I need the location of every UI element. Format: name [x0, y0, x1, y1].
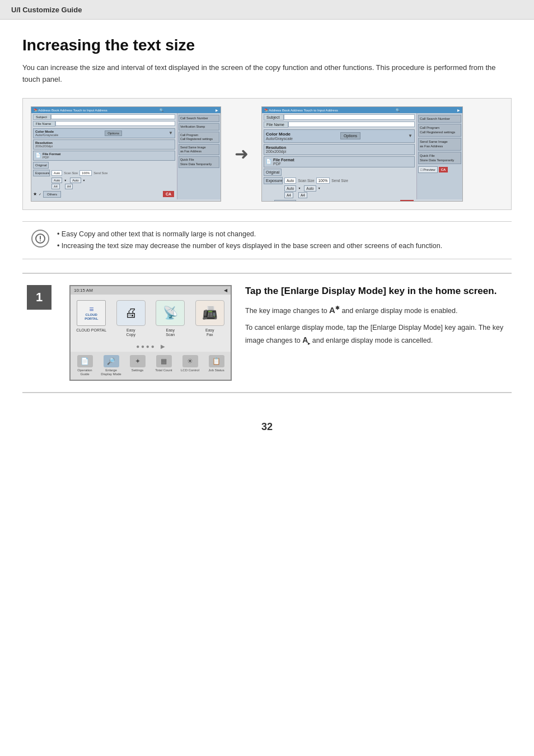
home-icon-easy-fax[interactable]: 📠 EasyFax [194, 300, 226, 338]
home-screen-topbar: 10:15 AM ◀ [71, 286, 231, 295]
bottom-icon-lcd-control[interactable]: ☀ LCD Control [179, 355, 202, 376]
screen-before-topbar: 📚 Address Book Address Touch to Input Ad… [31, 107, 221, 113]
note-item-2: • Increasing the text size may decrease … [57, 240, 442, 252]
page-title: Increasing the text size [22, 36, 512, 54]
home-time: 10:15 AM [74, 288, 93, 293]
home-icons-row: ≡ CLOUDPORTAL CLOUD PORTAL 🖨 EasyCopy 📡 [71, 295, 231, 341]
home-dots: ● ● ● ● ▶ [71, 341, 231, 352]
svg-point-2 [40, 240, 41, 241]
screen-before: 📚 Address Book Address Touch to Input Ad… [31, 106, 221, 202]
easy-scan-label: EasyScan [166, 328, 175, 338]
note-item-1: • Easy Copy and other text that is norma… [57, 228, 442, 240]
note-icon [31, 230, 49, 248]
bottom-icon-job-status[interactable]: 📋 Job Status [205, 355, 228, 376]
home-screen-mock: 10:15 AM ◀ ≡ CLOUDPORTAL CLOUD PORTAL 🖨 [69, 285, 232, 381]
step-number-col: 1 [22, 285, 56, 310]
home-bottom-row: 📄 OperationGuide 🔎 EnlargeDisplay Mode ✦… [71, 352, 231, 380]
easy-scan-box: 📡 [156, 300, 185, 326]
screen-after-topbar: 📚 Address Book Address Touch to Input Ad… [262, 107, 462, 113]
arrow-icon: ➜ [230, 144, 252, 164]
home-icon-cloud-portal[interactable]: ≡ CLOUDPORTAL CLOUD PORTAL [76, 300, 107, 338]
bottom-icon-total-count[interactable]: ▦ Total Count [153, 355, 175, 376]
bottom-icon-settings[interactable]: ✦ Settings [127, 355, 149, 376]
main-content: Increasing the text size You can increas… [0, 20, 534, 461]
step-description: Tap the [Enlarge Display Mode] key in th… [245, 285, 512, 352]
step-1-section: 1 10:15 AM ◀ ≡ CLOUDPORTAL CLOUD PORTAL [22, 273, 512, 393]
header-title: U/I Customize Guide [11, 6, 82, 14]
cloud-portal-box: ≡ CLOUDPORTAL [77, 300, 106, 326]
easy-fax-label: EasyFax [205, 328, 214, 338]
note-content: • Easy Copy and other text that is norma… [57, 228, 442, 253]
step-desc-2: To cancel enlarge display mode, tap the … [245, 322, 512, 348]
easy-copy-label: EasyCopy [127, 328, 135, 338]
easy-fax-box: 📠 [195, 300, 224, 326]
home-expand-icon: ◀ [224, 288, 227, 293]
cloud-portal-label: CLOUD PORTAL [76, 328, 106, 333]
bottom-icon-operation-guide[interactable]: 📄 OperationGuide [74, 355, 96, 376]
home-icon-easy-scan[interactable]: 📡 EasyScan [154, 300, 186, 338]
bottom-icon-enlarge-display[interactable]: 🔎 EnlargeDisplay Mode [100, 355, 123, 376]
step-title: Tap the [Enlarge Display Mode] key in th… [245, 285, 512, 297]
screen-after: 📚 Address Book Address Touch to Input Ad… [261, 106, 463, 202]
home-icon-easy-copy[interactable]: 🖨 EasyCopy [115, 300, 147, 338]
easy-copy-box: 🖨 [116, 300, 146, 326]
screenshot-comparison: 📚 Address Book Address Touch to Input Ad… [22, 98, 512, 210]
header-bar: U/I Customize Guide [0, 0, 534, 20]
page-number: 32 [22, 410, 512, 444]
intro-text: You can increase the size and interval o… [22, 62, 512, 86]
note-box: • Easy Copy and other text that is norma… [22, 221, 512, 260]
step-number-badge: 1 [27, 285, 51, 310]
step-desc-1: The key image changes to A✱ and enlarge … [245, 303, 512, 318]
